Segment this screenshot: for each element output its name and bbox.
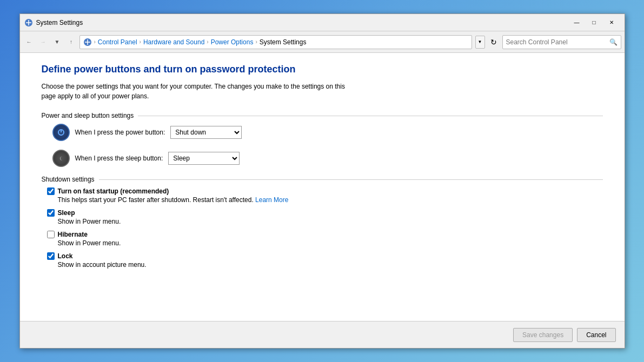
sep2: › [140, 39, 141, 45]
window-title: System Settings [36, 19, 83, 26]
address-bar: ← → ▼ ↑ › Control Panel › Hardware and S… [20, 31, 625, 53]
breadcrumb-power-options[interactable]: Power Options [211, 38, 254, 46]
breadcrumb-hardware[interactable]: Hardware and Sound [143, 38, 204, 46]
breadcrumb-control-panel[interactable]: Control Panel [98, 38, 137, 46]
close-button[interactable]: ✕ [603, 14, 620, 31]
cancel-button[interactable]: Cancel [577, 328, 615, 342]
hibernate-desc: Show in Power menu. [47, 239, 603, 247]
hibernate-label-row: Hibernate [47, 231, 603, 238]
search-button[interactable]: 🔍 [607, 35, 621, 49]
sep1: › [94, 39, 96, 45]
sleep-checkbox[interactable] [47, 209, 55, 217]
fast-startup-row: Turn on fast startup (recommended) This … [42, 187, 603, 204]
sleep-label[interactable]: Sleep [58, 209, 75, 217]
breadcrumb-current: System Settings [260, 38, 307, 46]
lock-row: Lock Show in account picture menu. [42, 252, 603, 269]
hibernate-label[interactable]: Hibernate [58, 231, 88, 238]
lock-checkbox[interactable] [47, 252, 55, 260]
sleep-row: Sleep Show in Power menu. [42, 209, 603, 225]
content-area: Define power buttons and turn on passwor… [20, 53, 625, 321]
title-bar-controls: — □ ✕ [568, 14, 620, 31]
search-box: 🔍 [502, 35, 621, 49]
lock-label[interactable]: Lock [58, 252, 73, 260]
back-button[interactable]: ← [23, 36, 35, 48]
forward-button[interactable]: → [37, 36, 49, 48]
sleep-button-row: When I press the sleep button: Sleep Do … [42, 150, 603, 167]
power-button-dropdown-container: Shut down Do nothing Sleep Hibernate Tur… [170, 126, 242, 139]
home-icon [83, 38, 92, 46]
recent-locations-button[interactable]: ▼ [51, 36, 63, 48]
hibernate-row: Hibernate Show in Power menu. [42, 231, 603, 247]
hibernate-checkbox[interactable] [47, 231, 55, 238]
window-icon [24, 18, 33, 27]
shutdown-section-header: Shutdown settings [42, 176, 603, 183]
breadcrumb-dropdown-button[interactable]: ▼ [475, 36, 485, 49]
sleep-label-row: Sleep [47, 209, 603, 217]
lock-desc: Show in account picture menu. [47, 261, 603, 269]
refresh-button[interactable]: ↻ [487, 36, 500, 49]
fast-startup-desc: This helps start your PC faster after sh… [47, 196, 603, 204]
page-description: Choose the power settings that you want … [42, 82, 355, 101]
breadcrumb-bar: › Control Panel › Hardware and Sound › P… [79, 35, 472, 49]
maximize-button[interactable]: □ [586, 14, 603, 31]
power-sleep-section-header: Power and sleep button settings [42, 112, 603, 119]
system-settings-window: System Settings — □ ✕ ← → ▼ ↑ › Control … [19, 14, 625, 348]
sep3: › [207, 39, 208, 45]
learn-more-link[interactable]: Learn More [255, 196, 288, 204]
sleep-desc: Show in Power menu. [47, 218, 603, 225]
fast-startup-checkbox[interactable] [47, 187, 55, 195]
save-changes-button[interactable]: Save changes [513, 328, 573, 342]
page-title: Define power buttons and turn on passwor… [42, 64, 603, 75]
footer-bar: Save changes Cancel [20, 321, 625, 348]
up-button[interactable]: ↑ [65, 36, 77, 48]
sleep-button-icon [52, 150, 70, 167]
minimize-button[interactable]: — [568, 14, 586, 31]
title-bar-left: System Settings [24, 18, 83, 27]
sep4: › [255, 39, 257, 45]
power-button-icon [52, 124, 70, 141]
sleep-button-select[interactable]: Sleep Do nothing Hibernate Shut down Tur… [168, 152, 240, 165]
fast-startup-label[interactable]: Turn on fast startup (recommended) [58, 187, 169, 195]
lock-label-row: Lock [47, 252, 603, 260]
fast-startup-label-row: Turn on fast startup (recommended) [47, 187, 603, 195]
title-bar: System Settings — □ ✕ [20, 14, 625, 31]
sleep-button-dropdown-container: Sleep Do nothing Hibernate Shut down Tur… [168, 152, 240, 165]
shutdown-section: Shutdown settings Turn on fast startup (… [42, 176, 603, 269]
power-button-select[interactable]: Shut down Do nothing Sleep Hibernate Tur… [170, 126, 242, 139]
power-button-label: When I press the power button: [75, 129, 165, 136]
search-input[interactable] [503, 38, 607, 46]
power-button-row: When I press the power button: Shut down… [42, 124, 603, 141]
sleep-button-label: When I press the sleep button: [75, 155, 163, 162]
